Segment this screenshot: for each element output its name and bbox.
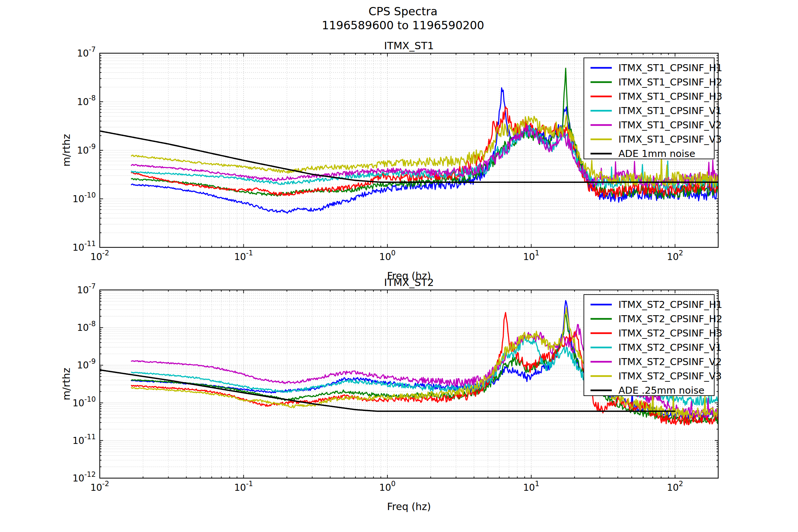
legend-label: ITMX_ST2_CPSINF_H1 [619, 299, 723, 310]
x-tick-label: 100 [379, 249, 396, 262]
x-tick-label: 10-2 [91, 480, 109, 493]
legend-label: ITMX_ST1_CPSINF_V1 [619, 105, 722, 116]
x-tick-label: 102 [667, 249, 683, 262]
x-tick-label: 101 [523, 480, 539, 493]
legend: ITMX_ST2_CPSINF_H1ITMX_ST2_CPSINF_H2ITMX… [584, 294, 723, 396]
legend-label: ITMX_ST1_CPSINF_H1 [619, 62, 723, 74]
x-tick-label: 10-1 [234, 249, 253, 262]
legend-label: ITMX_ST1_CPSINF_V2 [619, 119, 722, 131]
legend-label: ITMX_ST2_CPSINF_V2 [619, 356, 722, 367]
y-tick-label: 10-9 [77, 358, 96, 371]
spectra-figure: CPS Spectra 1196589600 to 1196590200 10-… [0, 0, 798, 532]
chart-canvas: CPS Spectra 1196589600 to 1196590200 10-… [0, 0, 798, 532]
legend-label: ADE 1mm noise [619, 148, 695, 159]
plot-itmx-st2: 10-210-110010110210-710-810-910-1010-111… [60, 276, 723, 512]
legend: ITMX_ST1_CPSINF_H1ITMX_ST1_CPSINF_H2ITMX… [584, 58, 723, 159]
y-tick-label: 10-9 [77, 142, 96, 156]
legend-label: ITMX_ST2_CPSINF_V1 [619, 342, 722, 353]
y-tick-label: 10-10 [73, 395, 96, 408]
plot-itmx-st1: 10-210-110010110210-710-810-910-1010-11I… [60, 40, 723, 282]
y-tick-label: 10-12 [73, 471, 96, 484]
y-axis-label: m/rthz [60, 368, 72, 400]
legend-label: ITMX_ST2_CPSINF_V3 [619, 370, 722, 382]
legend-label: ITMX_ST1_CPSINF_H3 [619, 91, 723, 102]
legend-label: ITMX_ST1_CPSINF_H2 [619, 76, 723, 88]
subplot-title: ITMX_ST2 [384, 276, 434, 288]
subplot-title: ITMX_ST1 [384, 40, 434, 52]
y-tick-label: 10-11 [73, 433, 96, 446]
figure-title-line1: CPS Spectra [368, 5, 438, 18]
x-tick-label: 10-2 [91, 249, 109, 262]
x-tick-label: 102 [667, 480, 683, 493]
y-axis-label: m/rthz [60, 134, 72, 167]
x-tick-label: 101 [523, 249, 539, 262]
y-tick-label: 10-7 [77, 45, 96, 59]
x-tick-label: 100 [379, 480, 396, 493]
y-tick-label: 10-8 [77, 320, 96, 333]
y-tick-label: 10-8 [77, 94, 96, 108]
x-axis-label: Freq (hz) [387, 501, 431, 512]
y-tick-label: 10-11 [73, 240, 96, 253]
legend-label: ADE .25mm noise [619, 385, 705, 396]
legend-label: ITMX_ST2_CPSINF_H3 [619, 327, 723, 339]
legend-label: ITMX_ST2_CPSINF_H2 [619, 313, 723, 324]
legend-label: ITMX_ST1_CPSINF_V3 [619, 134, 722, 145]
y-tick-label: 10-7 [77, 282, 96, 296]
y-tick-label: 10-10 [73, 191, 96, 205]
x-tick-label: 10-1 [234, 480, 253, 493]
figure-title-line2: 1196589600 to 1196590200 [322, 19, 484, 32]
